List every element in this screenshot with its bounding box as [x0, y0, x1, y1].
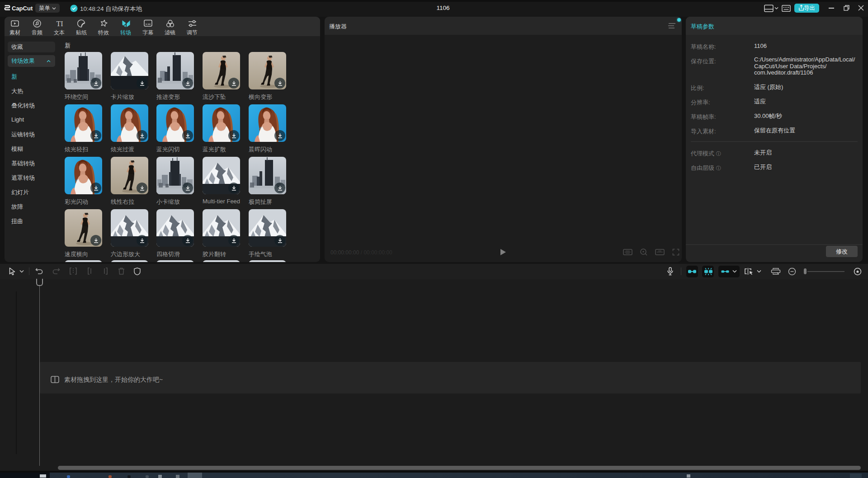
- svg-text:TI: TI: [56, 20, 63, 28]
